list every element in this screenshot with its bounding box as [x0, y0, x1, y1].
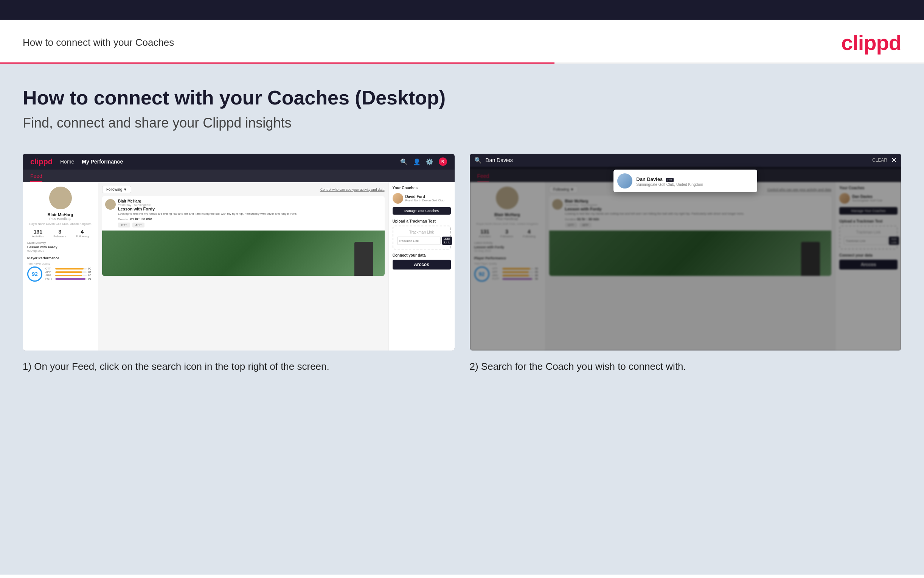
stat-activities-1: 131 Activities — [32, 229, 44, 238]
app-sidebar-1: Blair McHarg Plus Handicap Royal North D… — [23, 182, 98, 351]
screenshot-frame-1: clippd Home My Performance 🔍 👤 ⚙️ B Feed — [23, 154, 455, 351]
user-avatar-1 — [49, 187, 72, 209]
nav-icons-1: 🔍 👤 ⚙️ B — [400, 157, 447, 166]
search-bar-overlay[interactable]: 🔍 CLEAR ✕ — [470, 154, 902, 167]
search-result-card[interactable]: Dan Davies Pro Sunningdale Golf Club, Un… — [613, 170, 757, 192]
score-circle-1: 92 — [27, 266, 42, 282]
search-input-overlay[interactable] — [485, 157, 868, 163]
feed-tab-1[interactable]: Feed — [30, 173, 42, 182]
user-icon[interactable]: 👤 — [413, 158, 421, 166]
screenshot-block-2: clippd Home My Performance Feed Blair Mc… — [470, 154, 902, 373]
post-duration-1: Duration 01 hr : 30 min — [118, 217, 297, 221]
user-handicap-1: Plus Handicap — [27, 217, 94, 221]
coach-item-1: David Ford Royal North Devon Golf Club — [393, 193, 451, 204]
following-row-1: Following ▼ Control who can see your act… — [102, 186, 385, 193]
search-icon-overlay: 🔍 — [474, 157, 482, 164]
coach-name-1: David Ford — [405, 195, 444, 199]
stat-following-1: 4 Following — [76, 229, 89, 238]
app-nav-1: clippd Home My Performance 🔍 👤 ⚙️ B — [23, 154, 455, 170]
perf-bars-1: OTT90 APP85 ARG86 PUTT96 — [45, 267, 94, 281]
add-link-btn-1[interactable]: Add Link — [442, 237, 452, 245]
post-header-1: Blair McHarg Yesterday · Sunningdale Les… — [102, 196, 385, 231]
post-avatar-1 — [105, 199, 116, 210]
section-title: How to connect with your Coaches (Deskto… — [23, 86, 901, 109]
coach-club-1: Royal North Devon Golf Club — [405, 199, 444, 202]
coaches-title-1: Your Coaches — [393, 186, 451, 190]
search-icon[interactable]: 🔍 — [400, 158, 408, 166]
activity-date-1: 03 Aug 2022 — [27, 249, 94, 252]
post-action-app[interactable]: APP — [133, 222, 144, 227]
avatar-icon[interactable]: B — [439, 157, 447, 166]
result-avatar — [617, 174, 633, 188]
section-subtitle: Find, connect and share your Clippd insi… — [23, 115, 901, 131]
header: How to connect with your Coaches clippd — [0, 19, 924, 62]
screenshots-row: clippd Home My Performance 🔍 👤 ⚙️ B Feed — [23, 154, 901, 373]
trackman-box-1: Trackman Link Add Link — [393, 226, 451, 250]
stats-row-1: 131 Activities 3 Followers 4 Following — [27, 229, 94, 238]
nav-home-1[interactable]: Home — [60, 159, 74, 165]
post-title-1: Lesson with Fordy — [118, 207, 297, 211]
trackman-input-row-1: Add Link — [397, 237, 446, 245]
trackman-input-1[interactable] — [397, 237, 441, 245]
user-location-1: Royal North Devon Golf Club, United King… — [27, 222, 94, 226]
coach-avatar-1 — [393, 193, 403, 204]
app-right-1: Your Coaches David Ford Royal North Devo… — [388, 182, 455, 351]
nav-my-performance-1[interactable]: My Performance — [82, 159, 123, 165]
page-title: How to connect with your Coaches — [23, 37, 174, 49]
perf-score-row-1: 92 OTT90 APP85 ARG86 PUTT96 — [27, 266, 94, 282]
screenshot-frame-2: clippd Home My Performance Feed Blair Mc… — [470, 154, 902, 351]
search-close-btn[interactable]: ✕ — [891, 156, 897, 164]
manage-coaches-btn-1[interactable]: Manage Your Coaches — [393, 207, 451, 214]
post-action-off[interactable]: OTT — [118, 222, 130, 227]
player-perf-1: Player Performance Total Player Quality … — [27, 256, 94, 282]
post-author-name-1: Blair McHarg — [118, 199, 297, 203]
main-content: How to connect with your Coaches (Deskto… — [0, 63, 924, 575]
settings-icon[interactable]: ⚙️ — [426, 158, 434, 166]
post-card-1: Blair McHarg Yesterday · Sunningdale Les… — [102, 196, 385, 276]
caption-1: 1) On your Feed, click on the search ico… — [23, 351, 455, 373]
result-tag: Pro — [666, 178, 674, 182]
search-clear-btn[interactable]: CLEAR — [872, 157, 887, 163]
trackman-text-1: Trackman Link — [397, 230, 446, 234]
post-author-sub-1: Yesterday · Sunningdale — [118, 203, 297, 207]
post-image-1 — [102, 231, 385, 276]
app-main-1: Following ▼ Control who can see your act… — [98, 182, 388, 351]
clippd-logo: clippd — [841, 30, 901, 55]
result-info: Dan Davies Pro Sunningdale Golf Club, Un… — [636, 175, 703, 187]
post-image-person-1 — [354, 242, 373, 276]
app-logo-1: clippd — [30, 157, 53, 166]
activity-name-1: Lesson with Fordy — [27, 245, 94, 249]
following-button-1[interactable]: Following ▼ — [102, 186, 131, 193]
top-bar — [0, 0, 924, 19]
screenshot-block-1: clippd Home My Performance 🔍 👤 ⚙️ B Feed — [23, 154, 455, 373]
control-link-1[interactable]: Control who can see your activity and da… — [320, 188, 385, 192]
footer: Copyright Clippd 2022 — [0, 575, 924, 578]
connect-section-title-1: Connect your data — [393, 253, 451, 257]
upload-section-1: Upload a Trackman Test Trackman Link Add… — [393, 219, 451, 250]
app-body-1: Blair McHarg Plus Handicap Royal North D… — [23, 182, 455, 351]
result-club: Sunningdale Golf Club, United Kingdom — [636, 182, 703, 187]
result-name: Dan Davies Pro — [636, 175, 703, 182]
caption-2: 2) Search for the Coach you wish to conn… — [470, 351, 902, 373]
feed-tabs-1: Feed — [23, 170, 455, 182]
user-name-1: Blair McHarg — [27, 212, 94, 217]
latest-activity-label: Latest Activity — [27, 241, 94, 245]
post-actions-1: OTT APP — [118, 222, 297, 227]
search-result-item[interactable]: Dan Davies Pro Sunningdale Golf Club, Un… — [617, 174, 753, 188]
arccos-badge-1: Arccos — [393, 260, 451, 270]
post-text-1: Looking to feel like my hands are exitin… — [118, 212, 297, 216]
stat-followers-1: 3 Followers — [53, 229, 66, 238]
